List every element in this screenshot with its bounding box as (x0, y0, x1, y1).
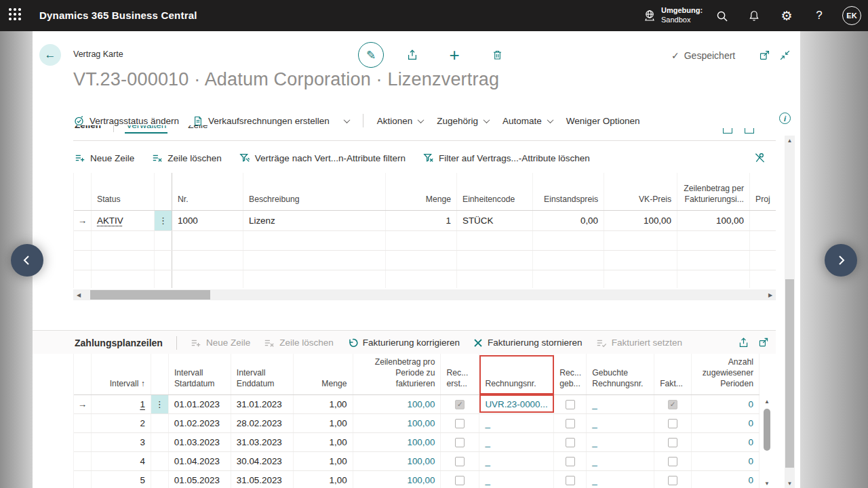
collapse-icon[interactable] (777, 47, 792, 62)
cell-menge[interactable]: 1 (386, 211, 457, 230)
more-actions-chevron-icon[interactable] (343, 117, 350, 123)
environment-label[interactable]: Umgebung: Sandbox (661, 5, 703, 24)
horizontal-scrollbar[interactable]: ◀ ▶ (73, 289, 776, 300)
info-icon[interactable]: i (779, 113, 791, 124)
next-record-button[interactable] (825, 244, 857, 277)
new-line-button[interactable]: Neue Zeile (75, 152, 134, 163)
delete-trash-icon[interactable] (490, 47, 505, 62)
col-header-zeilenbetrag-periode[interactable]: Zeilenbetrag pro Periode zu fakturieren (353, 354, 441, 394)
status-value[interactable]: AKTIV (97, 216, 123, 226)
cell-vk-preis[interactable]: 100,00 (604, 211, 677, 230)
cell-enddatum[interactable]: 31.03.2023 (231, 433, 294, 451)
cell-startdatum[interactable]: 01.02.2023 (169, 414, 231, 432)
set-invoiced-button[interactable]: Fakturiert setzten (596, 338, 682, 348)
checkbox[interactable] (455, 438, 465, 447)
cell-zeilenbetrag[interactable]: 100,00 (677, 211, 750, 230)
checkbox[interactable] (566, 476, 575, 485)
cell-startdatum[interactable]: 01.05.2023 (169, 471, 231, 488)
checkbox[interactable] (455, 476, 465, 485)
share-icon[interactable] (738, 337, 750, 349)
cell-rechnungsnr[interactable]: _ (479, 471, 554, 488)
help-icon[interactable]: ? (811, 7, 827, 24)
payment-lines-title[interactable]: Zahlungsplanzeilen (75, 338, 163, 348)
cell-enddatum[interactable]: 31.05.2023 (231, 471, 294, 488)
payment-table-scrollbar[interactable]: ▲ ▼ (762, 396, 772, 488)
cell-gebuchte-rechnungsnr[interactable]: _ (587, 471, 654, 488)
change-contract-status-button[interactable]: Vertragsstatus ändern (73, 115, 179, 127)
cell-rechnungsnr[interactable]: _ (479, 414, 554, 432)
scroll-up-icon[interactable]: ▲ (785, 136, 795, 145)
cell-status[interactable]: AKTIV (92, 211, 155, 230)
cell-zeilenbetrag[interactable]: 100,00 (353, 452, 441, 470)
cell-rechnungsnr[interactable]: UVR.23-0000... (479, 395, 554, 413)
checkbox[interactable] (668, 419, 677, 428)
col-header-rechnungsnr[interactable]: Rechnungsnr. (479, 354, 554, 394)
checkbox[interactable] (668, 400, 677, 409)
checkbox[interactable] (668, 476, 677, 485)
col-header-menge[interactable]: Menge (386, 173, 457, 210)
share-icon[interactable] (405, 47, 420, 62)
cell-menu[interactable] (151, 414, 169, 432)
cell-proj[interactable] (750, 211, 776, 230)
col-header-rec-geb[interactable]: Rec... geb... (554, 354, 587, 394)
col-header-anzahl-perioden[interactable]: Anzahl zugewiesener Perioden (692, 354, 760, 394)
scroll-right-icon[interactable]: ▶ (765, 289, 776, 300)
cell-menu[interactable] (151, 471, 169, 488)
cell-gebuchte-rechnungsnr[interactable]: _ (587, 452, 654, 470)
delete-line-button[interactable]: Zeile löschen (152, 152, 222, 163)
col-header-zeilenbetrag[interactable]: Zeilenbetrag per Fakturierungsi... (677, 173, 750, 210)
search-icon[interactable] (713, 7, 730, 24)
col-header-einheitencode[interactable]: Einheitencode (457, 173, 533, 210)
menu-aktionen[interactable]: Aktionen (377, 116, 424, 126)
col-header-vk-preis[interactable]: VK-Preis (604, 173, 677, 210)
cell-intervall[interactable]: 1 (92, 395, 151, 413)
col-header-rec-erst[interactable]: Rec... erst... (441, 354, 479, 394)
tab-zeilen[interactable]: Zeilen (73, 125, 102, 134)
cell-startdatum[interactable]: 01.04.2023 (169, 452, 231, 470)
empty-row[interactable] (74, 231, 776, 251)
cell-menge[interactable]: 1,00 (294, 433, 353, 451)
checkbox[interactable] (566, 438, 575, 447)
cell-rechnungsnr[interactable]: _ (479, 433, 554, 451)
row-menu-icon[interactable]: ⋮ (155, 211, 172, 230)
menu-automate[interactable]: Automate (502, 116, 553, 126)
payment-new-line-button[interactable]: Neue Zeile (191, 338, 250, 348)
cell-menu[interactable] (151, 433, 169, 451)
cell-beschreibung[interactable]: Lizenz (243, 211, 386, 230)
cell-anzahl[interactable]: 0 (692, 395, 760, 413)
cell-startdatum[interactable]: 01.01.2023 (169, 395, 231, 413)
open-in-window-icon[interactable] (758, 337, 770, 349)
create-sales-invoices-button[interactable]: Verkaufsrechnungen erstellen (193, 115, 330, 127)
checkbox[interactable] (455, 419, 465, 428)
payment-scrollbar-thumb[interactable] (764, 409, 770, 451)
notifications-bell-icon[interactable] (746, 7, 762, 24)
checkbox[interactable] (566, 457, 575, 466)
checkbox[interactable] (668, 438, 677, 447)
page-scrollbar[interactable]: ▲ ▼ (785, 136, 795, 488)
cell-zeilenbetrag[interactable]: 100,00 (353, 414, 441, 432)
new-document-icon[interactable]: + (447, 47, 462, 62)
cell-menge[interactable]: 1,00 (294, 414, 353, 432)
edit-pencil-icon[interactable]: ✎ (358, 42, 384, 68)
checkbox[interactable] (455, 400, 465, 409)
empty-row[interactable] (74, 270, 776, 288)
open-in-window-icon[interactable] (757, 47, 772, 62)
cell-startdatum[interactable]: 01.03.2023 (169, 433, 231, 451)
cell-enddatum[interactable]: 30.04.2023 (231, 452, 294, 470)
cell-zeilenbetrag[interactable]: 100,00 (353, 433, 441, 451)
correct-invoicing-button[interactable]: Fakturierung korrigieren (347, 338, 460, 348)
scroll-down-icon[interactable]: ▼ (762, 479, 772, 488)
col-header-einstandspreis[interactable]: Einstandspreis (533, 173, 604, 210)
cell-zeilenbetrag[interactable]: 100,00 (353, 395, 441, 413)
cell-intervall[interactable]: 2 (92, 414, 151, 432)
clipped-share-icon[interactable] (723, 128, 732, 134)
row-menu-icon[interactable]: ⋮ (151, 395, 169, 413)
checkbox[interactable] (566, 400, 575, 409)
cell-einheitencode[interactable]: STÜCK (457, 211, 533, 230)
cell-intervall[interactable]: 5 (92, 471, 151, 488)
cell-anzahl[interactable]: 0 (692, 452, 760, 470)
environment-icon[interactable] (642, 7, 658, 24)
cell-nr[interactable]: 1000 (172, 211, 243, 230)
tab-zeile[interactable]: Zeile (186, 125, 209, 134)
cell-gebuchte-rechnungsnr[interactable]: _ (587, 433, 654, 451)
